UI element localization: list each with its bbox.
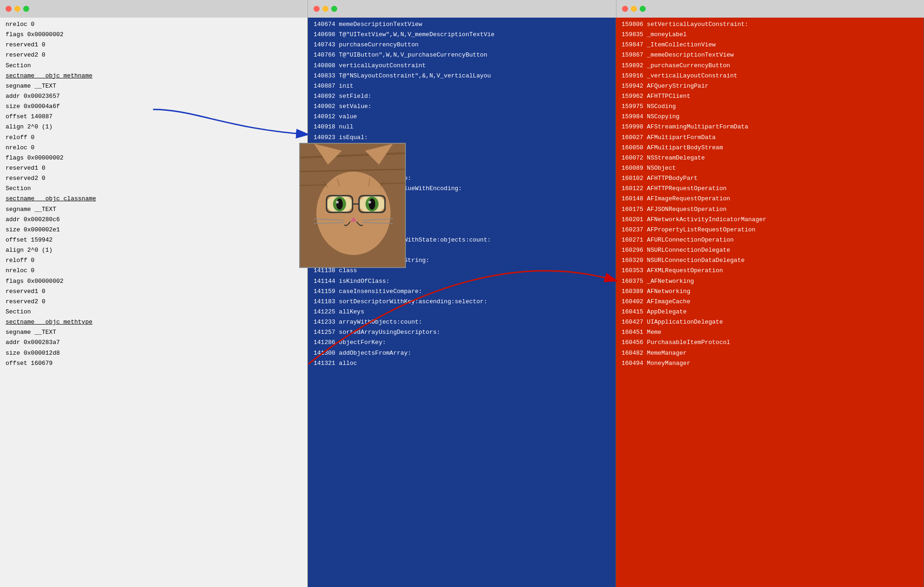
- left-line-14: reserved1 0: [0, 163, 308, 173]
- left-line-31: addr 0x000283a7: [0, 338, 308, 348]
- middle-line-31: 141286 objectForKey:: [308, 338, 616, 348]
- minimize-button-2[interactable]: [322, 6, 328, 12]
- middle-line-33: 141321 alloc: [308, 358, 616, 369]
- svg-point-16: [369, 198, 375, 210]
- left-line-12: nreloc 0: [0, 143, 308, 153]
- right-line-11: 160027 AFMultipartFormData: [616, 133, 924, 143]
- right-line-10: 159998 AFStreamingMultipartFormData: [616, 122, 924, 132]
- left-line-15: reserved2 0: [0, 173, 308, 184]
- middle-line-27: 141183 sortDescriptorWithKey:ascending:s…: [308, 297, 616, 307]
- right-line-5: 159916 _verticalLayoutConstraint: [616, 71, 924, 81]
- right-line-3: 159867 _memeDescriptionTextView: [616, 50, 924, 60]
- left-line-13: flags 0x00000002: [0, 153, 308, 163]
- window-3-title: [616, 0, 924, 18]
- window-2-title: [308, 0, 616, 18]
- left-panel: nreloc 0 flags 0x00000002 reserved1 0 re…: [0, 18, 308, 587]
- middle-line-1: 140698 T@"UITextView",W,N,V_memeDescript…: [308, 30, 616, 40]
- right-line-9: 159984 NSCopying: [616, 112, 924, 122]
- left-line-19: addr 0x000280c6: [0, 215, 308, 225]
- left-line-7: addr 0x00023657: [0, 91, 308, 102]
- middle-line-10: 140918 null: [308, 122, 616, 132]
- left-line-24: nreloc 0: [0, 266, 308, 276]
- middle-line-2: 140743 purchaseCurrencyButton: [308, 40, 616, 50]
- left-line-8: size 0x00004a6f: [0, 102, 308, 112]
- right-line-26: 160389 AFNetworking: [616, 287, 924, 297]
- svg-point-15: [336, 198, 343, 210]
- middle-line-7: 140892 setField:: [308, 91, 616, 102]
- left-line-9: offset 140887: [0, 112, 308, 122]
- middle-line-28: 141225 allKeys: [308, 307, 616, 317]
- left-line-4: Section: [0, 61, 308, 71]
- right-line-4: 159892 _purchaseCurrencyButton: [616, 61, 924, 71]
- right-line-30: 160451 Meme: [616, 327, 924, 338]
- close-button-2[interactable]: [314, 6, 320, 12]
- left-line-21: offset 159942: [0, 235, 308, 245]
- middle-line-32: 141300 addObjectsFromArray:: [308, 348, 616, 358]
- middle-line-11: 140923 isEqual:: [308, 133, 616, 143]
- middle-line-9: 140912 value: [308, 112, 616, 122]
- left-line-3: reserved2 0: [0, 50, 308, 60]
- left-line-30: segname __TEXT: [0, 327, 308, 338]
- window-1-title: [0, 0, 308, 18]
- right-line-33: 160494 MoneyManager: [616, 358, 924, 369]
- right-line-8: 159975 NSCoding: [616, 102, 924, 112]
- window-2-buttons[interactable]: [314, 6, 337, 12]
- right-line-18: 160175 AFJSONRequestOperation: [616, 204, 924, 215]
- left-line-20: size 0x000002e1: [0, 225, 308, 235]
- maximize-button-2[interactable]: [331, 6, 337, 12]
- left-line-0: nreloc 0: [0, 19, 308, 30]
- right-line-29: 160427 UIApplicationDelegate: [616, 317, 924, 327]
- left-line-1: flags 0x00000002: [0, 30, 308, 40]
- maximize-button-1[interactable]: [23, 6, 29, 12]
- right-panel: 159806 setVerticalLayoutConstraint:15983…: [616, 18, 924, 587]
- left-line-27: reserved2 0: [0, 297, 308, 307]
- left-line-11: reloff 0: [0, 133, 308, 143]
- window-3-buttons[interactable]: [622, 6, 646, 12]
- right-line-31: 160456 PurchasableItemProtocol: [616, 338, 924, 348]
- right-line-20: 160237 AFPropertyListRequestOperation: [616, 225, 924, 235]
- right-line-28: 160415 AppDelegate: [616, 307, 924, 317]
- middle-line-6: 140887 init: [308, 81, 616, 91]
- middle-line-0: 140674 memeDescriptionTextView: [308, 19, 616, 30]
- middle-line-8: 140902 setValue:: [308, 102, 616, 112]
- right-line-0: 159806 setVerticalLayoutConstraint:: [616, 19, 924, 30]
- svg-point-7: [316, 172, 391, 255]
- left-line-22: align 2^0 (1): [0, 245, 308, 255]
- right-line-1: 159835 _moneyLabel: [616, 30, 924, 40]
- right-line-7: 159962 AFHTTPClient: [616, 91, 924, 102]
- middle-line-4: 140808 verticalLayoutConstraint: [308, 61, 616, 71]
- left-line-16: Section: [0, 184, 308, 194]
- middle-line-5: 140833 T@"NSLayoutConstraint",&,N,V_vert…: [308, 71, 616, 81]
- middle-line-29: 141233 arrayWithObjects:count:: [308, 317, 616, 327]
- left-line-18: segname __TEXT: [0, 204, 308, 215]
- right-line-24: 160353 AFXMLRequestOperation: [616, 266, 924, 276]
- left-line-32: size 0x000012d8: [0, 348, 308, 358]
- minimize-button-3[interactable]: [631, 6, 637, 12]
- right-line-14: 160089 NSObject: [616, 163, 924, 173]
- maximize-button-3[interactable]: [640, 6, 646, 12]
- left-line-33: offset 160679: [0, 358, 308, 369]
- middle-line-30: 141257 sortedArrayUsingDescriptors:: [308, 327, 616, 338]
- left-line-5: sectname __objc_methname: [0, 71, 308, 81]
- left-line-6: segname __TEXT: [0, 81, 308, 91]
- right-line-27: 160402 AFImageCache: [616, 297, 924, 307]
- svg-point-17: [336, 201, 339, 204]
- middle-line-3: 140766 T@"UIButton",W,N,V_purchaseCurren…: [308, 50, 616, 60]
- right-line-22: 160296 NSURLConnectionDelegate: [616, 245, 924, 255]
- left-line-17: sectname __objc_classname: [0, 194, 308, 204]
- close-button-3[interactable]: [622, 6, 628, 12]
- right-line-12: 160050 AFMultipartBodyStream: [616, 143, 924, 153]
- left-line-10: align 2^0 (1): [0, 122, 308, 132]
- minimize-button-1[interactable]: [14, 6, 20, 12]
- title-bar: [0, 0, 924, 18]
- right-line-6: 159942 AFQueryStringPair: [616, 81, 924, 91]
- close-button-1[interactable]: [6, 6, 12, 12]
- window-1-buttons[interactable]: [6, 6, 29, 12]
- right-line-23: 160320 NSURLConnectionDataDelegate: [616, 255, 924, 266]
- left-line-25: flags 0x00000002: [0, 276, 308, 287]
- left-line-28: Section: [0, 307, 308, 317]
- right-line-19: 160201 AFNetworkActivityIndicatorManager: [616, 215, 924, 225]
- left-line-26: reserved1 0: [0, 287, 308, 297]
- right-line-13: 160072 NSStreamDelegate: [616, 153, 924, 163]
- middle-line-26: 141159 caseInsensitiveCompare:: [308, 287, 616, 297]
